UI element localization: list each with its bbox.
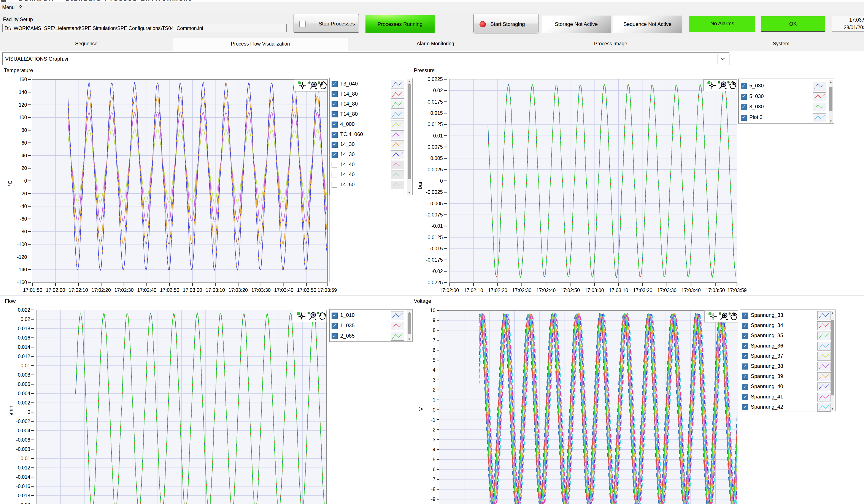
svg-text:80: 80 xyxy=(21,127,27,133)
svg-text:17:02:00: 17:02:00 xyxy=(46,287,65,293)
svg-text:-0.0225: -0.0225 xyxy=(426,280,443,285)
svg-text:-0.0125: -0.0125 xyxy=(426,235,443,240)
svg-text:-100: -100 xyxy=(17,242,27,247)
svg-text:0.0025: 0.0025 xyxy=(428,167,443,172)
svg-text:-160: -160 xyxy=(17,280,27,285)
svg-text:0: 0 xyxy=(433,407,435,413)
svg-text:0.014: 0.014 xyxy=(18,344,30,350)
svg-text:0: 0 xyxy=(24,178,27,184)
svg-text:120: 120 xyxy=(19,102,27,108)
svg-text:17:02:50: 17:02:50 xyxy=(160,287,180,293)
svg-text:-60: -60 xyxy=(20,216,27,222)
svg-text:0.022: 0.022 xyxy=(18,307,30,313)
svg-text:17:03:00: 17:03:00 xyxy=(585,287,604,293)
svg-text:V: V xyxy=(418,407,424,411)
svg-text:0.0125: 0.0125 xyxy=(428,122,443,127)
svg-text:-0.018: -0.018 xyxy=(16,493,30,499)
svg-text:bar: bar xyxy=(417,182,423,189)
svg-text:0.006: 0.006 xyxy=(18,381,30,387)
svg-text:-0.002: -0.002 xyxy=(16,419,30,424)
svg-text:0: 0 xyxy=(440,178,443,184)
svg-text:0.01: 0.01 xyxy=(21,363,30,368)
svg-text:17:02:00: 17:02:00 xyxy=(440,287,459,293)
svg-text:17:02:50: 17:02:50 xyxy=(561,287,580,293)
svg-text:-9: -9 xyxy=(431,496,435,502)
svg-text:-2: -2 xyxy=(431,427,435,432)
svg-text:-4: -4 xyxy=(431,447,436,452)
svg-text:5: 5 xyxy=(433,357,435,363)
svg-text:l\min: l\min xyxy=(8,406,14,417)
svg-text:-0.01: -0.01 xyxy=(19,456,30,461)
svg-text:17:03:00: 17:03:00 xyxy=(183,287,202,293)
svg-text:140: 140 xyxy=(19,89,27,95)
svg-text:100: 100 xyxy=(19,115,27,120)
svg-text:17:02:20: 17:02:20 xyxy=(91,287,111,293)
svg-text:0.0225: 0.0225 xyxy=(428,76,443,82)
svg-text:17:03:10: 17:03:10 xyxy=(609,287,628,293)
svg-text:-1: -1 xyxy=(431,417,435,422)
svg-text:0.002: 0.002 xyxy=(18,400,30,406)
svg-text:17:03:30: 17:03:30 xyxy=(657,287,677,293)
svg-text:17:02:20: 17:02:20 xyxy=(488,287,507,293)
svg-text:-0.02: -0.02 xyxy=(19,502,30,504)
svg-text:17:03:30: 17:03:30 xyxy=(251,287,271,293)
svg-text:-20: -20 xyxy=(20,191,27,196)
svg-text:17:03:50: 17:03:50 xyxy=(297,287,316,293)
svg-text:0.016: 0.016 xyxy=(18,335,30,341)
svg-text:0.004: 0.004 xyxy=(18,391,30,396)
svg-text:°C: °C xyxy=(7,181,13,186)
svg-text:-7: -7 xyxy=(431,477,435,482)
svg-text:-0.0075: -0.0075 xyxy=(426,212,443,218)
svg-text:10: 10 xyxy=(430,308,435,313)
svg-text:17:02:10: 17:02:10 xyxy=(464,287,483,293)
svg-text:-40: -40 xyxy=(20,204,27,209)
svg-text:17:03:10: 17:03:10 xyxy=(206,287,225,293)
svg-text:17:03:59: 17:03:59 xyxy=(317,287,337,293)
svg-text:-0.005: -0.005 xyxy=(429,201,443,206)
svg-text:-3: -3 xyxy=(431,437,435,442)
svg-text:7: 7 xyxy=(433,337,435,343)
svg-text:17:03:20: 17:03:20 xyxy=(229,287,248,293)
svg-text:160: 160 xyxy=(19,77,27,82)
svg-text:0.015: 0.015 xyxy=(430,110,443,116)
svg-text:6: 6 xyxy=(433,347,435,353)
svg-text:0: 0 xyxy=(27,409,30,415)
svg-text:-0.006: -0.006 xyxy=(16,437,30,443)
svg-text:4: 4 xyxy=(433,367,435,373)
svg-text:-0.014: -0.014 xyxy=(16,474,30,480)
svg-text:0.018: 0.018 xyxy=(18,326,30,331)
svg-text:17:03:50: 17:03:50 xyxy=(706,287,725,293)
svg-text:40: 40 xyxy=(21,153,27,158)
svg-text:17:02:40: 17:02:40 xyxy=(137,287,157,293)
svg-text:-80: -80 xyxy=(20,229,27,234)
svg-text:-0.008: -0.008 xyxy=(16,446,30,452)
svg-text:3: 3 xyxy=(433,377,435,383)
svg-text:0.008: 0.008 xyxy=(18,372,30,378)
svg-text:-8: -8 xyxy=(431,487,435,492)
svg-text:-0.02: -0.02 xyxy=(432,269,443,274)
svg-text:-0.016: -0.016 xyxy=(16,483,30,489)
svg-text:0.005: 0.005 xyxy=(430,156,443,161)
svg-text:0.02: 0.02 xyxy=(433,88,443,93)
svg-text:0.01: 0.01 xyxy=(433,133,443,138)
svg-text:17:03:40: 17:03:40 xyxy=(682,287,701,293)
svg-text:-0.0025: -0.0025 xyxy=(426,189,443,195)
svg-text:-0.01: -0.01 xyxy=(432,223,443,229)
svg-text:-0.015: -0.015 xyxy=(429,246,443,251)
svg-text:1: 1 xyxy=(433,397,435,403)
svg-text:-0.0175: -0.0175 xyxy=(426,257,443,263)
svg-text:60: 60 xyxy=(21,140,27,146)
svg-text:17:02:40: 17:02:40 xyxy=(536,287,556,293)
svg-text:-140: -140 xyxy=(17,267,27,272)
svg-text:17:03:20: 17:03:20 xyxy=(633,287,652,293)
svg-text:-0.012: -0.012 xyxy=(16,465,30,470)
svg-text:0.02: 0.02 xyxy=(21,317,30,322)
svg-text:2: 2 xyxy=(433,387,435,393)
svg-text:17:03:40: 17:03:40 xyxy=(274,287,293,293)
svg-text:-120: -120 xyxy=(17,254,27,260)
svg-text:-0.004: -0.004 xyxy=(16,428,30,433)
svg-text:8: 8 xyxy=(433,328,435,333)
svg-text:20: 20 xyxy=(21,165,27,171)
svg-text:17:01:50: 17:01:50 xyxy=(23,287,42,293)
svg-text:0.012: 0.012 xyxy=(18,354,30,359)
